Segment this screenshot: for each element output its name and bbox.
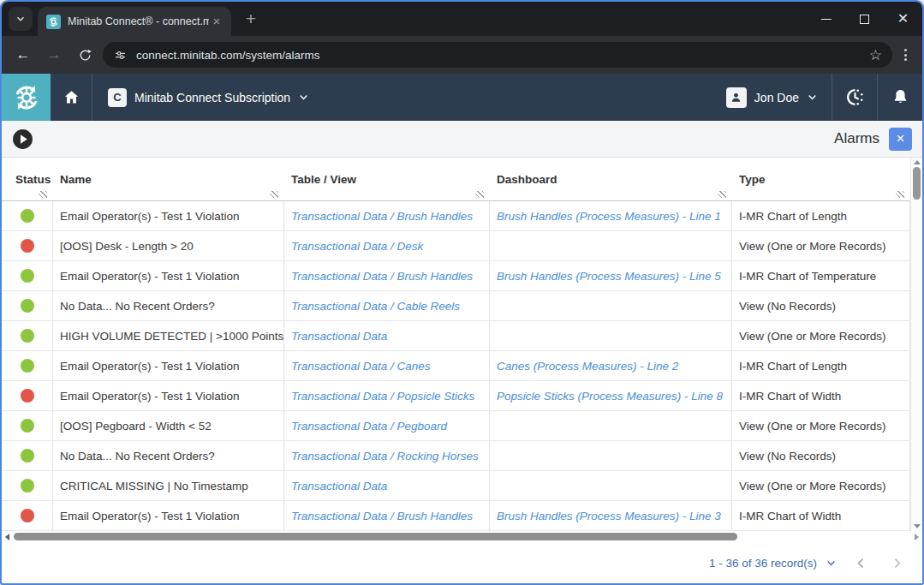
alarm-name: Email Operator(s) - Test 1 Violation [53,201,284,230]
dashboard-link[interactable]: Canes (Process Measures) - Line 2 [497,360,678,373]
records-per-page-dropdown[interactable]: 1 - 36 of 36 record(s) [709,557,837,570]
table-view-link[interactable]: Transactional Data / Rocking Horses [291,450,479,463]
minimize-button[interactable] [807,2,845,36]
table-row[interactable]: No Data... No Recent Orders? Transaction… [2,441,910,471]
horizontal-scroll-thumb[interactable] [14,533,737,540]
alarms-table: Status Name Table / View Dashboard Type … [2,158,910,531]
alarm-type: I-MR Chart of Width [732,381,910,410]
alarm-type: View (One or More Records) [732,231,910,260]
user-name: Jon Doe [754,91,799,104]
vertical-scrollbar[interactable] [910,158,922,531]
horizontal-scrollbar[interactable] [2,531,922,542]
maximize-button[interactable] [845,2,884,36]
table-view-link[interactable]: Transactional Data / Popsicle Sticks [291,390,474,403]
notifications-button[interactable] [878,74,922,121]
table-body: Email Operator(s) - Test 1 Violation Tra… [2,201,910,531]
status-dot [21,269,34,283]
table-view-link[interactable]: Transactional Data / Pegboard [291,420,447,433]
tab-close-icon[interactable]: × [209,14,224,29]
close-icon: × [897,130,905,147]
status-dot [21,509,34,522]
table-row[interactable]: [OOS] Desk - Length > 20 Transactional D… [2,231,910,261]
table-view-link[interactable]: Transactional Data / Desk [291,240,423,253]
bookmark-star-icon[interactable]: ☆ [869,46,882,64]
new-tab-button[interactable]: + [240,9,262,29]
tab-search-button[interactable] [9,7,33,31]
back-button[interactable]: ← [10,42,36,68]
table-row[interactable]: CRITICAL MISSING | No Timestamp Transact… [2,471,910,501]
alarm-name: Email Operator(s) - Test 1 Violation [53,261,284,290]
reload-icon [78,48,92,63]
user-menu[interactable]: Jon Doe [712,87,832,108]
browser-toolbar: ← → connect.minitab.com/system/alarms ☆ [2,36,922,74]
dashboard-link[interactable]: Brush Handles (Process Measures) - Line … [497,210,721,223]
subscription-label: Minitab Connect Subscription [134,91,290,104]
maximize-icon [860,15,869,24]
alarm-name: No Data... No Recent Orders? [53,291,284,320]
column-header-type[interactable]: Type [732,158,910,200]
chevron-right-icon [890,556,904,570]
browser-menu-button[interactable] [897,49,914,61]
table-view-link[interactable]: Transactional Data [291,480,387,492]
panel-title-group: Alarms × [834,128,912,151]
tab-title: Minitab Connect® - connect.mi [68,15,209,27]
column-header-status[interactable]: Status [2,158,53,200]
previous-page-button[interactable] [849,551,873,575]
column-header-name[interactable]: Name [53,158,284,200]
minitab-connect-logo[interactable] [2,74,51,121]
table-row[interactable]: Email Operator(s) - Test 1 Violation Tra… [2,381,910,411]
table-row[interactable]: Email Operator(s) - Test 1 Violation Tra… [2,261,910,291]
table-row[interactable]: No Data... No Recent Orders? Transaction… [2,291,910,321]
reload-button[interactable] [72,42,98,68]
browser-titlebar: Minitab Connect® - connect.mi × + ✕ [2,2,922,36]
forward-button[interactable]: → [41,42,67,68]
table-row[interactable]: [OOS] Pegboard - Width < 52 Transactiona… [2,411,910,441]
table-view-link[interactable]: Transactional Data / Brush Handles [291,270,473,283]
dashboard-link[interactable]: Brush Handles (Process Measures) - Line … [497,510,721,522]
close-window-button[interactable]: ✕ [884,2,922,36]
chevron-down-icon [15,13,27,25]
subscription-selector[interactable]: C Minitab Connect Subscription [92,88,325,107]
alarm-name: Email Operator(s) - Test 1 Violation [53,501,284,530]
table-row[interactable]: Email Operator(s) - Test 1 Violation Tra… [2,201,910,231]
column-header-table-view[interactable]: Table / View [284,158,490,200]
table-row[interactable]: Email Operator(s) - Test 1 Violation Tra… [2,501,910,531]
home-icon [63,88,80,106]
chevron-down-icon [826,558,837,569]
app-header: C Minitab Connect Subscription Jon Doe [2,74,922,121]
column-header-dashboard[interactable]: Dashboard [490,158,732,200]
site-settings-icon [113,48,128,63]
home-button[interactable] [51,74,92,121]
play-button[interactable] [12,128,33,150]
dashboard-link[interactable]: Popsicle Sticks (Process Measures) - Lin… [497,390,723,403]
scroll-down-arrow-icon[interactable] [914,524,921,528]
scroll-right-arrow-icon[interactable] [915,534,919,540]
chevron-left-icon [854,556,868,570]
user-avatar-icon [726,87,747,108]
scroll-up-arrow-icon[interactable] [914,160,921,164]
table-view-link[interactable]: Transactional Data / Cable Reels [291,300,460,313]
table-view-link[interactable]: Transactional Data / Brush Handles [291,210,473,223]
alarm-type: View (One or More Records) [732,471,910,500]
table-area: Status Name Table / View Dashboard Type … [2,158,922,531]
table-view-link[interactable]: Transactional Data [291,330,387,343]
browser-tab[interactable]: Minitab Connect® - connect.mi × [38,7,231,36]
alarm-type: View (One or More Records) [732,411,910,440]
scroll-left-arrow-icon[interactable] [5,534,9,540]
alarm-name: [OOS] Desk - Length > 20 [53,231,284,260]
alarm-name: Email Operator(s) - Test 1 Violation [53,381,284,410]
pagination-bar: 1 - 36 of 36 record(s) [2,542,922,583]
dashboard-link[interactable]: Brush Handles (Process Measures) - Line … [497,270,721,283]
table-view-link[interactable]: Transactional Data / Brush Handles [291,510,473,522]
table-row[interactable]: Email Operator(s) - Test 1 Violation Tra… [2,351,910,381]
minitab-favicon-icon [46,15,61,29]
status-dot [21,479,34,492]
vertical-scroll-thumb[interactable] [913,167,921,200]
scheduled-tasks-button[interactable] [832,74,877,121]
address-bar[interactable]: connect.minitab.com/system/alarms ☆ [103,42,892,68]
table-row[interactable]: HIGH VOLUME DETECTED | >1000 Points Tran… [2,321,910,351]
close-panel-button[interactable]: × [889,128,912,151]
table-view-link[interactable]: Transactional Data / Canes [291,360,431,373]
url-text: connect.minitab.com/system/alarms [136,49,861,62]
next-page-button[interactable] [885,551,909,575]
